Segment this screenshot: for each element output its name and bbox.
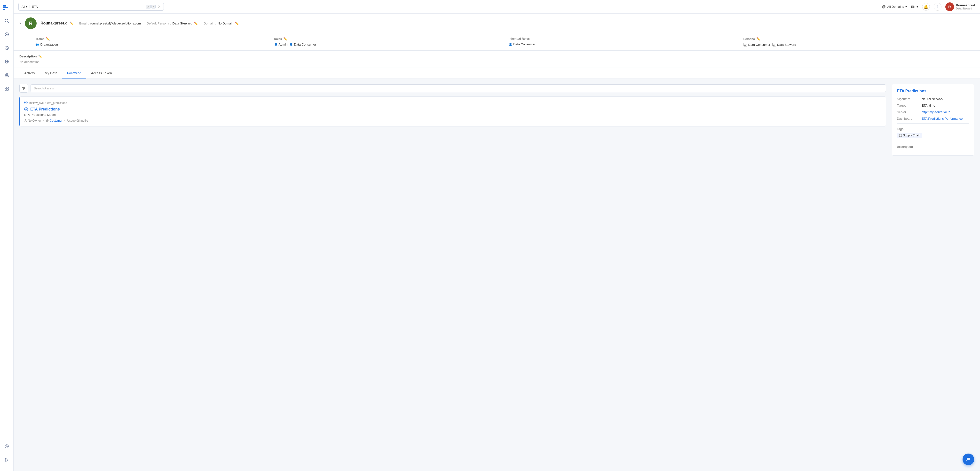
role-admin: 👤 Admin (274, 43, 288, 46)
inherited-role-data-consumer: 👤 Data Consumer (509, 42, 535, 46)
svg-point-18 (5, 445, 8, 448)
asset-card-eta-predictions: mlflow_svc / eta_predictions ETA Predict… (19, 96, 886, 126)
search-type-chevron-icon: ▾ (26, 5, 28, 8)
teams-title: Teams ✏️ (35, 37, 266, 41)
topbar-user-name: Rounakpreet (956, 3, 975, 7)
following-list: mlflow_svc / eta_predictions ETA Predict… (19, 84, 886, 466)
app-logo[interactable] (2, 3, 11, 12)
content-area: mlflow_svc / eta_predictions ETA Predict… (14, 79, 980, 471)
profile-avatar: R (25, 18, 37, 29)
profile-tabs: Activity My Data Following Access Token (14, 68, 980, 79)
asset-path-service: mlflow_svc (29, 101, 44, 105)
tag-icon (899, 134, 902, 137)
tags-container: Supply Chain (897, 133, 969, 138)
notification-bell-button[interactable]: 🔔 (922, 3, 930, 11)
asset-meta: No Owner • Customer • (24, 119, 882, 123)
detail-panel-title[interactable]: ETA Predictions (897, 89, 969, 93)
svg-point-35 (25, 102, 26, 103)
persona-values: Data Consumer Data Steward (743, 43, 970, 46)
profile-email: Email : rounakpreet.d@deuexsolutions.com (79, 22, 141, 25)
target-value: ETA_time (921, 104, 935, 107)
inherited-roles-values: 👤 Data Consumer (509, 42, 736, 46)
svg-rect-0 (3, 5, 6, 6)
chat-button[interactable] (963, 453, 974, 465)
tab-following[interactable]: Following (62, 68, 86, 79)
detail-row-server: Server http://my-server.ai (897, 110, 969, 114)
meta-dot-1: • (43, 119, 44, 123)
svg-rect-2 (3, 9, 5, 10)
svg-rect-11 (5, 76, 8, 77)
search-input[interactable] (32, 5, 144, 8)
profile-domain-edit-button[interactable]: ✏️ (235, 22, 239, 25)
svg-rect-26 (744, 45, 746, 46)
asset-domain: Customer (46, 119, 62, 123)
algorithm-key: Algorithm (897, 97, 919, 101)
asset-title[interactable]: ETA Predictions (24, 107, 882, 111)
topbar-right: All Domains ▾ EN ▾ 🔔 ? R Rounakpreet Dat… (882, 2, 975, 11)
detail-row-target: Target ETA_time (897, 104, 969, 107)
detail-row-dashboard: Dashboard ETA Predictions Performance (897, 117, 969, 121)
tab-access-token[interactable]: Access Token (86, 68, 117, 79)
sidebar-item-discovery[interactable] (2, 30, 11, 39)
profile-details-section: Teams ✏️ 👥 Organization Roles ✏️ (14, 33, 980, 51)
roles-group: Roles ✏️ 👤 Admin 👤 Data Consumer (270, 37, 505, 46)
profile-collapse-button[interactable]: ▾ (19, 21, 21, 25)
help-button[interactable]: ? (934, 3, 942, 11)
profile-persona-edit-button[interactable]: ✏️ (194, 22, 198, 25)
profile-email-value: rounakpreet.d@deuexsolutions.com (91, 22, 141, 25)
description-title: Description ✏️ (19, 54, 974, 58)
asset-path-slash: / (45, 101, 46, 105)
svg-line-4 (8, 22, 8, 23)
tab-activity[interactable]: Activity (19, 68, 40, 79)
external-link-icon (948, 111, 950, 114)
profile-meta: Email : rounakpreet.d@deuexsolutions.com… (79, 22, 974, 25)
dashboard-value[interactable]: ETA Predictions Performance (921, 117, 963, 121)
tab-my-data[interactable]: My Data (40, 68, 62, 79)
asset-domain-value[interactable]: Customer (50, 119, 62, 123)
sidebar-item-logout[interactable] (2, 455, 11, 464)
language-selector[interactable]: EN ▾ (911, 5, 918, 8)
description-section-title: Description (897, 145, 969, 148)
filter-button[interactable] (19, 84, 28, 92)
sidebar-item-globe[interactable] (2, 57, 11, 66)
asset-search-input[interactable] (30, 84, 886, 92)
roles-edit-button[interactable]: ✏️ (283, 37, 287, 41)
topbar-user-info: Rounakpreet Data Steward (956, 3, 975, 10)
search-clear-button[interactable]: ✕ (158, 4, 161, 9)
profile-persona: Default Persona : Data Steward ✏️ (146, 22, 198, 25)
asset-description: ETA Predictions Model (24, 113, 882, 116)
server-value[interactable]: http://my-server.ai (921, 110, 950, 114)
domain-chevron-icon: ▾ (905, 5, 907, 8)
sidebar-item-settings[interactable] (2, 442, 11, 451)
teams-edit-button[interactable]: ✏️ (46, 37, 50, 41)
svg-rect-24 (744, 44, 747, 45)
tags-section-title: Tags (897, 127, 969, 131)
persona-edit-button[interactable]: ✏️ (756, 37, 760, 41)
shortcut-key-1: ⌘ (146, 5, 151, 8)
user-menu-button[interactable]: R Rounakpreet Data Steward (945, 2, 975, 11)
domain-icon (46, 119, 49, 122)
domain-label: All Domains (887, 5, 904, 8)
sidebar-item-search[interactable] (2, 16, 11, 25)
persona-data-steward-icon (772, 43, 776, 46)
assets-search-bar (19, 84, 886, 92)
globe-icon (882, 5, 886, 9)
sidebar-item-insights[interactable] (2, 44, 11, 53)
profile-edit-button[interactable]: ✏️ (70, 22, 73, 25)
profile-section: ▾ R Rounakpreet.d ✏️ Email : rounakpreet… (14, 14, 980, 33)
inherited-roles-title: Inherited Roles (509, 37, 736, 40)
sidebar-item-governance[interactable] (2, 71, 11, 80)
detail-row-algorithm: Algorithm Neural Network (897, 97, 969, 101)
lang-label: EN (911, 5, 915, 8)
search-type-selector[interactable]: All ▾ (22, 5, 30, 8)
domain-selector[interactable]: All Domains ▾ (882, 5, 907, 9)
search-shortcut: ⌘ K (146, 5, 156, 8)
profile-persona-value: Data Steward (173, 22, 192, 25)
description-edit-button[interactable]: ✏️ (38, 54, 42, 58)
persona-data-consumer-icon (743, 43, 747, 46)
topbar-user-role: Data Steward (956, 7, 975, 10)
team-organization: 👥 Organization (35, 43, 58, 46)
svg-rect-16 (5, 89, 6, 91)
sidebar-item-catalog[interactable] (2, 84, 11, 93)
lang-chevron-icon: ▾ (916, 5, 918, 8)
